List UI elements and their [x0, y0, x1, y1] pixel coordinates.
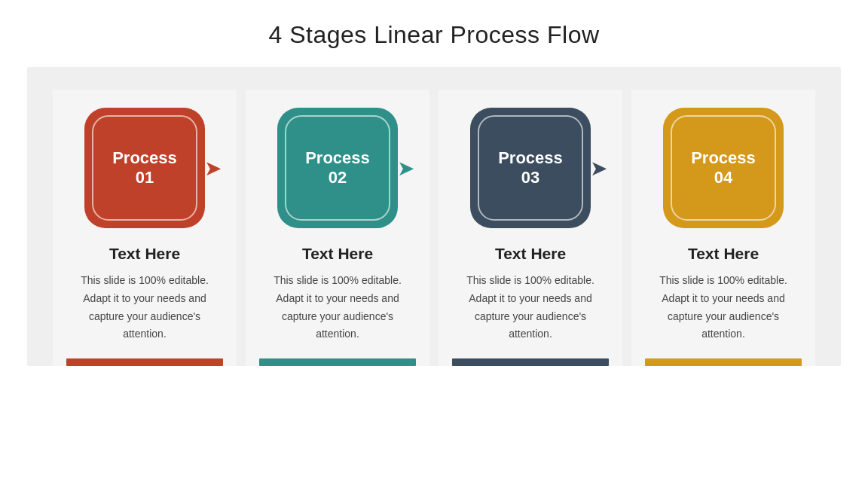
process-num-03: 03: [521, 168, 539, 188]
card-inner-01: Process 01 ➤ Text Here This slide is 100…: [66, 108, 223, 366]
card-04: Process 04 Text Here This slide is 100% …: [631, 90, 815, 366]
card-03: Process 03 ➤ Text Here This slide is 100…: [439, 90, 622, 366]
card-inner-03: Process 03 ➤ Text Here This slide is 100…: [452, 108, 609, 366]
process-box-03: Process 03: [470, 108, 591, 228]
process-box-04: Process 04: [663, 108, 784, 228]
arrow-icon-01: ➤: [204, 156, 222, 181]
process-icon-wrapper-04: Process 04: [663, 108, 784, 228]
process-num-02: 02: [329, 168, 347, 188]
process-label-01: Process: [112, 148, 177, 168]
card-01: Process 01 ➤ Text Here This slide is 100…: [53, 90, 237, 366]
card-inner-04: Process 04 Text Here This slide is 100% …: [645, 108, 802, 366]
card-text-title-01: Text Here: [109, 245, 180, 263]
arrow-icon-03: ➤: [590, 156, 607, 181]
process-box-inner-02: Process 02: [285, 115, 390, 221]
card-text-title-04: Text Here: [688, 245, 759, 263]
process-label-02: Process: [305, 148, 370, 168]
card-inner-02: Process 02 ➤ Text Here This slide is 100…: [259, 108, 416, 366]
process-box-01: Process 01: [84, 108, 205, 228]
process-icon-wrapper-01: Process 01 ➤: [84, 108, 205, 228]
card-description-04: This slide is 100% editable. Adapt it to…: [645, 272, 802, 343]
process-num-04: 04: [714, 168, 732, 188]
card-description-01: This slide is 100% editable. Adapt it to…: [66, 272, 223, 343]
cards-container: Process 01 ➤ Text Here This slide is 100…: [27, 67, 841, 366]
process-label-03: Process: [498, 148, 563, 168]
card-description-03: This slide is 100% editable. Adapt it to…: [452, 272, 609, 343]
process-box-02: Process 02: [277, 108, 398, 228]
process-box-inner-04: Process 04: [671, 115, 776, 221]
page-title: 4 Stages Linear Process Flow: [268, 21, 599, 49]
card-02: Process 02 ➤ Text Here This slide is 100…: [246, 90, 429, 366]
card-text-title-02: Text Here: [302, 245, 373, 263]
process-box-inner-03: Process 03: [478, 115, 583, 221]
process-icon-wrapper-02: Process 02 ➤: [277, 108, 398, 228]
card-bottom-bar-02: [259, 358, 416, 366]
arrow-icon-02: ➤: [397, 156, 414, 181]
card-bottom-bar-01: [66, 358, 223, 366]
card-description-02: This slide is 100% editable. Adapt it to…: [259, 272, 416, 343]
process-icon-wrapper-03: Process 03 ➤: [470, 108, 591, 228]
card-bottom-bar-04: [645, 358, 802, 366]
process-label-04: Process: [691, 148, 756, 168]
process-box-inner-01: Process 01: [92, 115, 197, 221]
card-text-title-03: Text Here: [495, 245, 566, 263]
card-bottom-bar-03: [452, 358, 609, 366]
process-num-01: 01: [136, 168, 154, 188]
